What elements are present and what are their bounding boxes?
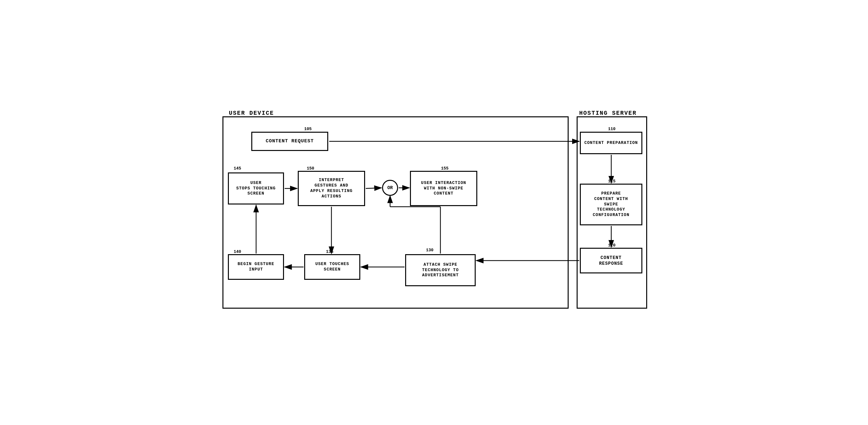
attach-swipe-box: ATTACH SWIPE TECHNOLOGY TO ADVERTISEMENT — [405, 254, 476, 286]
hosting-server-label: HOSTING SERVER — [579, 110, 637, 116]
user-interaction-box: USER INTERACTION WITH NON-SWIPE CONTENT — [410, 171, 477, 206]
user-stops-box: USER STOPS TOUCHING SCREEN — [228, 173, 284, 205]
user-device-label: USER DEVICE — [229, 110, 274, 116]
label-105: 105 — [304, 127, 312, 131]
diagram: USER DEVICE HOSTING SERVER 105 110 115 1… — [218, 107, 650, 318]
content-preparation-box: CONTENT PREPARATION — [580, 132, 642, 154]
label-120: 120 — [608, 243, 615, 248]
label-145: 145 — [234, 166, 241, 171]
label-110: 110 — [608, 127, 615, 131]
label-140: 140 — [234, 249, 241, 254]
user-touches-box: USER TOUCHES SCREEN — [304, 254, 360, 280]
or-circle: OR — [382, 180, 398, 196]
label-150: 150 — [307, 166, 314, 171]
begin-gesture-box: BEGIN GESTURE INPUT — [228, 254, 284, 280]
label-155: 155 — [441, 166, 448, 171]
content-request-box: CONTENT REQUEST — [251, 132, 328, 151]
content-response-box: CONTENT RESPONSE — [580, 248, 642, 273]
prepare-content-box: PREPARE CONTENT WITH SWIPE TECHNOLOGY CO… — [580, 184, 642, 225]
label-135: 135 — [326, 249, 333, 254]
label-115: 115 — [608, 179, 615, 184]
interpret-gestures-box: INTERPRET GESTURES AND APPLY RESULTING A… — [298, 171, 365, 206]
label-130: 130 — [426, 248, 433, 252]
